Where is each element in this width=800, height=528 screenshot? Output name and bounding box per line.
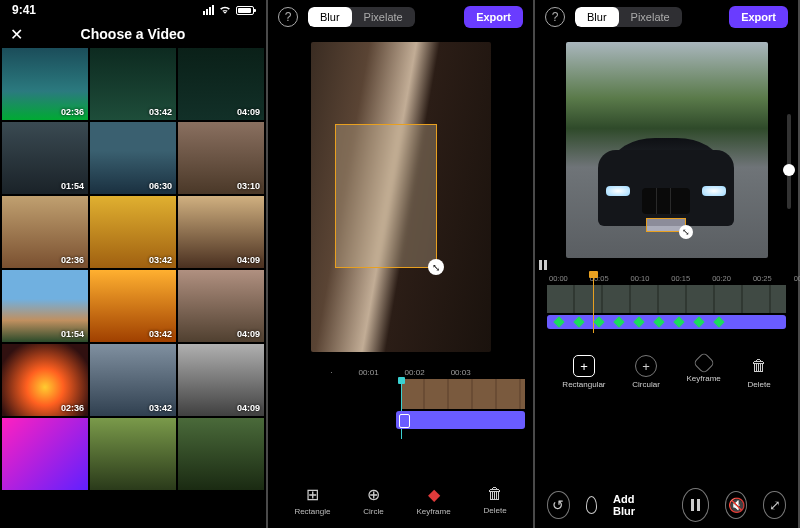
video-thumbnail[interactable]: 04:09 [178,196,264,268]
keyframe-marker-icon[interactable] [633,316,644,327]
tool-label: Circular [632,380,660,389]
gallery-panel: 9:41 ✕ Choose a Video 02:3603:4204:0901:… [0,0,266,528]
portrait-editor-panel: ? Blur Pixelate Export ⤡ ·00:0100:0200:0… [268,0,533,528]
keyframe-marker-icon[interactable] [673,316,684,327]
timeline[interactable] [276,379,525,431]
keyframe-marker-icon[interactable] [613,316,624,327]
tool-rectangle[interactable]: +Rectangular [562,355,605,389]
tab-pixelate[interactable]: Pixelate [352,7,415,27]
trash-icon: 🗑 [487,485,503,503]
slider-knob[interactable] [783,164,795,176]
help-icon[interactable]: ? [278,7,298,27]
video-grid[interactable]: 02:3603:4204:0901:5406:3003:1002:3603:42… [0,48,266,490]
trash-icon: 🗑 [748,355,770,377]
tool-label: Rectangular [562,380,605,389]
duration-badge: 03:42 [149,107,172,117]
keyframe-marker-icon[interactable] [713,316,724,327]
tab-blur[interactable]: Blur [308,7,352,27]
video-thumbnail[interactable]: 03:42 [90,344,176,416]
keyframe-marker-icon[interactable] [653,316,664,327]
ruler-tick: 00:20 [712,274,731,283]
plus-square-icon: ⊞ [306,485,319,504]
effect-segmented: Blur Pixelate [575,7,682,27]
keyframe-marker-icon[interactable] [553,316,564,327]
ruler-tick: 00:00 [549,274,568,283]
duration-badge: 01:54 [61,329,84,339]
video-thumbnail[interactable]: 01:54 [2,270,88,342]
video-thumbnail[interactable]: 02:36 [2,48,88,120]
tool-label: Delete [748,380,771,389]
keyframe-marker-icon[interactable] [573,316,584,327]
video-thumbnail[interactable]: 04:09 [178,270,264,342]
fullscreen-button[interactable]: ⤢ [763,491,786,519]
tool-circle[interactable]: +Circular [632,355,660,389]
tab-blur[interactable]: Blur [575,7,619,27]
keyframe-marker-icon[interactable] [693,316,704,327]
playback-bar: ↺ Add Blur 🔇 ⤢ [535,488,798,522]
export-button[interactable]: Export [729,6,788,28]
duration-badge: 01:54 [61,181,84,191]
editor-top-bar: ? Blur Pixelate Export [535,0,798,34]
tool-circle[interactable]: ⊕Circle [363,485,383,516]
video-thumbnail[interactable]: 03:10 [178,122,264,194]
ruler-tick: 00:25 [753,274,772,283]
video-track[interactable] [401,379,526,409]
video-thumbnail[interactable]: 03:42 [90,270,176,342]
duration-badge: 04:09 [237,107,260,117]
playhead[interactable] [401,379,402,439]
tool-label: Circle [363,507,383,516]
playhead[interactable] [593,273,594,333]
blur-region-rectangle[interactable]: ⤡ [335,124,437,268]
duration-badge: 04:09 [237,329,260,339]
mini-pause-icon[interactable] [539,260,551,270]
video-thumbnail[interactable]: 03:42 [90,48,176,120]
video-thumbnail[interactable]: 01:54 [2,122,88,194]
tool-label: Keyframe [416,507,450,516]
blur-clip[interactable] [396,411,525,429]
tool-keyframe[interactable]: Keyframe [687,355,721,389]
video-thumbnail[interactable] [2,418,88,490]
video-thumbnail[interactable] [90,418,176,490]
video-thumbnail[interactable]: 02:36 [2,344,88,416]
video-track[interactable] [547,285,786,313]
canvas-area[interactable]: ⤡ [535,34,798,270]
resize-handle-icon[interactable]: ⤡ [679,225,693,239]
add-blur-button[interactable]: Add Blur [613,493,650,517]
video-thumbnail[interactable]: 02:36 [2,196,88,268]
video-canvas[interactable]: ⤡ [566,42,768,258]
export-button[interactable]: Export [464,6,523,28]
tab-pixelate[interactable]: Pixelate [619,7,682,27]
video-canvas[interactable]: ⤡ [311,42,491,352]
duration-badge: 06:30 [149,181,172,191]
tool-keyframe[interactable]: ◆Keyframe [416,485,450,516]
help-icon[interactable]: ? [545,7,565,27]
canvas-area[interactable]: ⤡ [268,34,533,364]
timeline[interactable] [547,285,786,349]
duration-badge: 02:36 [61,403,84,413]
resize-handle-icon[interactable]: ⤡ [428,259,444,275]
video-thumbnail[interactable]: 04:09 [178,48,264,120]
close-icon[interactable]: ✕ [10,25,23,44]
keyframe-marker-icon[interactable] [593,316,604,327]
video-thumbnail[interactable]: 03:42 [90,196,176,268]
undo-button[interactable]: ↺ [547,491,570,519]
tool-rectangle[interactable]: ⊞Rectangle [294,485,330,516]
tool-label: Keyframe [687,374,721,383]
gallery-header: ✕ Choose a Video [0,20,266,48]
keyframe-track[interactable] [547,315,786,329]
tool-delete[interactable]: 🗑Delete [483,485,506,516]
ruler-tick: 00:10 [631,274,650,283]
video-thumbnail[interactable]: 06:30 [90,122,176,194]
mute-button[interactable]: 🔇 [725,491,748,519]
pause-button[interactable] [682,488,709,522]
ruler-tick: 00:30 [794,274,800,283]
video-thumbnail[interactable] [178,418,264,490]
plus-circle-icon: + [635,355,657,377]
blur-region-plate[interactable]: ⤡ [646,218,686,232]
duration-badge: 04:09 [237,255,260,265]
video-thumbnail[interactable]: 04:09 [178,344,264,416]
ruler-tick: 00:15 [671,274,690,283]
intensity-slider[interactable] [787,114,791,209]
tool-delete[interactable]: 🗑Delete [748,355,771,389]
effect-segmented: Blur Pixelate [308,7,415,27]
